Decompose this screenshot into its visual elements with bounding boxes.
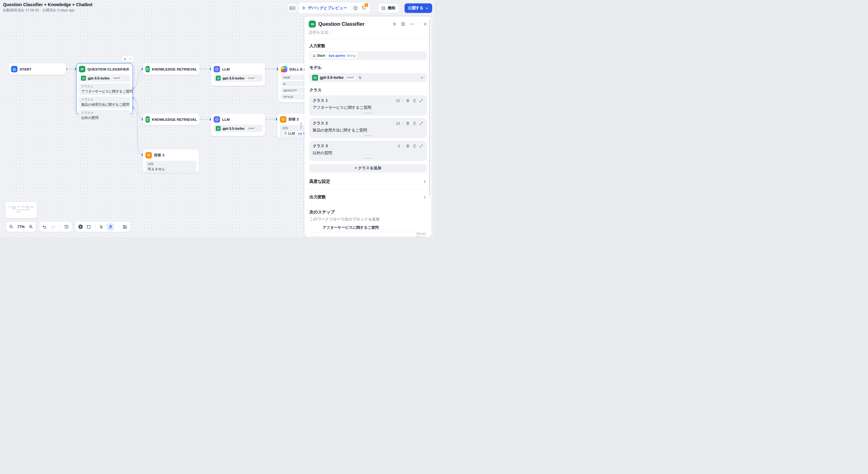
- delete-icon[interactable]: [406, 122, 410, 125]
- variable-chip[interactable]: Start / sys.query String: [310, 52, 358, 59]
- panel-close-icon[interactable]: [423, 22, 427, 26]
- copy-icon[interactable]: [412, 99, 416, 103]
- workflow-title: Question Classifier + Knowledge + Chatbo…: [3, 2, 92, 7]
- node-llm-1[interactable]: LLM gpt-3.5-turbo CHAT: [211, 63, 265, 86]
- delete-icon[interactable]: [406, 99, 410, 103]
- workflow-save-status: 自動保存済み 17:26:02 · 公開済み 5 days ago: [3, 8, 92, 12]
- hand-mode-button[interactable]: [107, 223, 114, 231]
- version-history-icon[interactable]: [64, 225, 69, 229]
- copy-icon[interactable]: [412, 122, 416, 125]
- description-input[interactable]: 説明を追加...: [309, 30, 427, 39]
- chevron-down-icon: [420, 76, 424, 80]
- play-icon: [302, 6, 306, 10]
- expand-icon[interactable]: [419, 99, 423, 103]
- node-title: LLM: [222, 118, 229, 122]
- node-answer-3[interactable]: 回答 3 回答 答えません: [143, 149, 199, 173]
- class-card-1: クラス 1 15 アフターサービスに関するご質問: [309, 95, 427, 115]
- debug-preview-label: デバッグとプレビュー: [308, 5, 347, 11]
- node-scrollbar[interactable]: [301, 122, 302, 129]
- drag-handle[interactable]: [365, 112, 371, 113]
- env-variables-button[interactable]: ENV: [288, 3, 297, 12]
- token-count: 5: [398, 144, 400, 148]
- zoom-out-icon[interactable]: [9, 225, 13, 229]
- node-title: 回答 2: [288, 117, 299, 122]
- features-button[interactable]: 機能: [378, 3, 399, 13]
- node-knowledge-retrieval-2[interactable]: KNOWLEDGE RETRIEVAL: [143, 113, 200, 125]
- token-count: 15: [396, 99, 400, 103]
- openai-icon: [216, 126, 221, 131]
- node-title: KNOWLEDGE RETRIEVAL: [152, 118, 197, 122]
- minimap[interactable]: [5, 202, 37, 218]
- node-start[interactable]: START: [8, 63, 66, 75]
- answer-field: 回答 答えません: [146, 161, 196, 173]
- features-label: 機能: [388, 5, 395, 11]
- node-title: START: [20, 67, 31, 71]
- zoom-level[interactable]: 77%: [17, 225, 25, 229]
- answer-icon: [280, 116, 286, 123]
- panel-docs-icon[interactable]: [401, 22, 405, 26]
- node-more-icon[interactable]: [129, 57, 132, 60]
- delete-icon[interactable]: [406, 144, 410, 148]
- features-icon: [381, 6, 386, 10]
- class-item: クラス 3 以外の質問: [79, 110, 130, 122]
- panel-more-icon[interactable]: [409, 22, 414, 26]
- model-params-icon[interactable]: [358, 75, 362, 80]
- add-note-icon[interactable]: [86, 225, 91, 229]
- output-variables-row[interactable]: 出力変数: [309, 190, 427, 205]
- dalle-icon: [281, 66, 287, 72]
- chevron-right-icon: [423, 195, 427, 199]
- node-title: DALL-E 3: [289, 67, 306, 71]
- node-model-chip: gpt-3.5-turbo CHAT: [79, 74, 130, 82]
- add-class-button[interactable]: + クラスを追加: [309, 164, 427, 172]
- chevron-right-icon: [423, 180, 427, 184]
- toolbar-divider: [350, 5, 350, 10]
- node-question-classifier[interactable]: QUESTION CLASSIFIER gpt-3.5-turbo CHAT ク…: [76, 63, 133, 114]
- node-title: QUESTION CLASSIFIER: [88, 67, 129, 71]
- variable-icon: {x}: [298, 132, 302, 135]
- redo-icon[interactable]: [51, 225, 56, 229]
- class-card-3: クラス 3 5 以外の質問: [309, 141, 427, 161]
- question-classifier-icon: [309, 21, 316, 28]
- model-type-badge: CHAT: [246, 126, 257, 131]
- node-knowledge-retrieval-1[interactable]: KNOWLEDGE RETRIEVAL: [143, 63, 200, 75]
- model-type-badge: CHAT: [246, 76, 257, 81]
- node-run-icon[interactable]: [124, 58, 126, 60]
- workflow-header: Question Classifier + Knowledge + Chatbo…: [3, 2, 92, 12]
- env-icon: ENV: [289, 6, 296, 10]
- next-step-class-label: アフターサービスに関するご質問: [322, 225, 427, 230]
- undo-icon[interactable]: [42, 225, 47, 229]
- add-block-icon[interactable]: [78, 224, 83, 229]
- drag-handle[interactable]: [365, 135, 371, 136]
- zoom-controls: 77%: [6, 222, 36, 232]
- run-history-icon[interactable]: [353, 5, 358, 10]
- node-toolbar: [122, 56, 133, 62]
- history-controls: [39, 222, 72, 232]
- copy-icon[interactable]: [412, 144, 416, 148]
- llm-icon: [214, 66, 220, 72]
- checklist-icon[interactable]: 1: [362, 5, 367, 10]
- node-title: 回答 3: [154, 153, 164, 158]
- drag-handle[interactable]: [365, 158, 371, 159]
- debug-preview-button[interactable]: デバッグとプレビュー: [302, 5, 347, 11]
- model-selector[interactable]: gpt-3.5-turbo CHAT: [309, 73, 427, 82]
- organize-blocks-icon[interactable]: [122, 225, 127, 229]
- node-model-name: gpt-3.5-turbo: [222, 76, 244, 80]
- pointer-mode-icon[interactable]: [99, 225, 104, 229]
- next-step-card[interactable]: [312, 232, 425, 237]
- publish-button[interactable]: 公開する: [405, 3, 432, 13]
- expand-icon[interactable]: [419, 144, 423, 148]
- model-heading: モデル: [309, 65, 427, 70]
- answer-icon: [146, 152, 152, 159]
- llm-mini-icon: [284, 132, 287, 135]
- hand-icon: [108, 225, 113, 229]
- class-heading: クラス: [309, 88, 427, 93]
- expand-icon[interactable]: [419, 122, 423, 125]
- advanced-settings-row[interactable]: 高度な設定: [309, 179, 427, 189]
- next-step-heading: 次のステップ: [309, 209, 427, 215]
- panel-run-icon[interactable]: [392, 22, 397, 26]
- node-llm-2[interactable]: LLM gpt-3.5-turbo CHAT: [211, 113, 265, 136]
- zoom-in-icon[interactable]: [29, 225, 33, 229]
- node-model-name: gpt-3.5-turbo: [222, 127, 244, 130]
- panel-scrollbar[interactable]: [429, 20, 430, 196]
- input-variable-field[interactable]: Start / sys.query String: [309, 51, 427, 60]
